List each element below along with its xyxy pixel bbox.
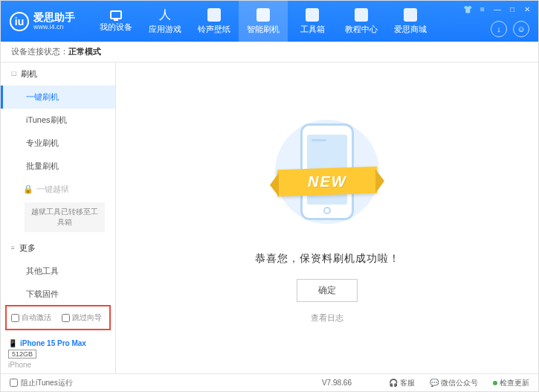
auto-activate-check[interactable]: 自动激活 (11, 312, 51, 323)
sidebar: ☐ 刷机 一键刷机 iTunes刷机 专业刷机 批量刷机 🔒 一键越狱 越狱工具… (1, 62, 116, 373)
footer: 阻止iTunes运行 V7.98.66 🎧客服 💬微信公众号 检查更新 (1, 373, 538, 391)
header-actions: ↓ ☺ (491, 21, 529, 37)
brand-url: www.i4.cn (33, 24, 75, 30)
status-label: 设备连接状态： (11, 46, 68, 57)
flash-icon (256, 8, 270, 22)
support-link[interactable]: 🎧客服 (389, 378, 415, 388)
wechat-text: 微信公众号 (441, 378, 478, 388)
store-icon (404, 8, 417, 22)
jailbreak-notice[interactable]: 越狱工具已转移至工具箱 (25, 202, 105, 232)
download-button[interactable]: ↓ (491, 21, 507, 37)
support-text: 客服 (400, 378, 415, 388)
group-title: 刷机 (21, 68, 37, 80)
nav-my-device[interactable]: 我的设备 (91, 1, 141, 42)
nav-label: 教程中心 (345, 24, 378, 35)
app-header: iu 爱思助手 www.i4.cn 我的设备 人应用游戏 铃声壁纸 智能刷机 工… (1, 1, 538, 42)
auto-activate-checkbox[interactable] (11, 314, 19, 322)
nav-tutorials[interactable]: 教程中心 (337, 1, 386, 42)
phone-home-button (323, 207, 331, 214)
headset-icon: 🎧 (389, 379, 398, 387)
block-itunes-checkbox[interactable] (10, 379, 18, 387)
lock-icon: 🔒 (23, 184, 33, 194)
brand-name: 爱思助手 (33, 12, 75, 22)
nav-store[interactable]: 爱思商城 (386, 1, 435, 42)
sidebar-item-oneclick[interactable]: 一键刷机 (1, 86, 115, 109)
nav-apps[interactable]: 人应用游戏 (141, 1, 190, 42)
device-type: iPhone (8, 361, 108, 369)
device-capacity: 512GB (8, 350, 36, 359)
nav-toolbox[interactable]: 工具箱 (288, 1, 337, 42)
block-itunes-check[interactable]: 阻止iTunes运行 (10, 378, 73, 388)
sidebar-group-more[interactable]: ≡ 更多 (1, 237, 115, 260)
success-message: 恭喜您，保资料刷机成功啦！ (255, 252, 400, 266)
toolbox-icon (306, 8, 319, 22)
body-area: ☐ 刷机 一键刷机 iTunes刷机 专业刷机 批量刷机 🔒 一键越狱 越狱工具… (1, 62, 538, 373)
lock-label: 一键越狱 (36, 184, 69, 195)
top-nav: 我的设备 人应用游戏 铃声壁纸 智能刷机 工具箱 教程中心 爱思商城 (91, 1, 435, 42)
status-bar: 设备连接状态： 正常模式 (1, 42, 538, 62)
monitor-icon (110, 10, 122, 19)
wechat-icon: 💬 (430, 379, 439, 387)
nav-label: 应用游戏 (149, 24, 181, 35)
nav-label: 工具箱 (300, 24, 325, 35)
ok-button[interactable]: 确定 (297, 279, 358, 302)
sidebar-group-flash[interactable]: ☐ 刷机 (1, 62, 115, 86)
check-label: 跳过向导 (72, 312, 102, 323)
user-button[interactable]: ☺ (513, 21, 529, 37)
sidebar-item-other[interactable]: 其他工具 (1, 260, 115, 283)
sidebar-options: 自动激活 跳过向导 (5, 305, 111, 330)
menu-lines-icon: ≡ (11, 245, 15, 251)
nav-flash[interactable]: 智能刷机 (239, 1, 288, 42)
chevron-icon: ☐ (11, 71, 16, 77)
wechat-link[interactable]: 💬微信公众号 (430, 378, 478, 388)
sidebar-item-batch[interactable]: 批量刷机 (1, 155, 115, 178)
minimize-icon[interactable]: — (492, 4, 503, 14)
wallpaper-icon (207, 8, 221, 22)
update-dot-icon (493, 381, 497, 385)
logo-glyph: iu (15, 16, 24, 28)
nav-label: 智能刷机 (247, 24, 280, 35)
update-link[interactable]: 检查更新 (493, 378, 529, 388)
sidebar-item-pro[interactable]: 专业刷机 (1, 132, 115, 155)
window-controls: 👕 ≡ — □ ✕ (462, 4, 532, 14)
skip-guide-checkbox[interactable] (62, 314, 70, 322)
sidebar-item-jailbreak: 🔒 一键越狱 (1, 178, 115, 201)
nav-label: 铃声壁纸 (198, 24, 230, 35)
logo-icon: iu (10, 12, 29, 31)
sidebar-item-itunes[interactable]: iTunes刷机 (1, 109, 115, 132)
device-info: 📱 iPhone 15 Pro Max 512GB iPhone (1, 335, 115, 373)
main-content: NEW 恭喜您，保资料刷机成功啦！ 确定 查看日志 (116, 62, 538, 373)
sidebar-item-firmware[interactable]: 下载固件 (1, 283, 115, 301)
menu-icon[interactable]: ≡ (477, 4, 488, 14)
maximize-icon[interactable]: □ (507, 4, 517, 14)
close-icon[interactable]: ✕ (522, 4, 532, 14)
status-value: 正常模式 (68, 46, 101, 57)
tutorial-icon (355, 8, 368, 22)
apps-icon: 人 (158, 8, 172, 22)
phone-icon: 📱 (8, 339, 17, 347)
skip-guide-check[interactable]: 跳过向导 (62, 312, 102, 323)
phone-illustration: NEW (264, 112, 390, 239)
group-title: 更多 (19, 242, 36, 254)
brand-block: 爱思助手 www.i4.cn (33, 12, 75, 30)
sidebar-list: ☐ 刷机 一键刷机 iTunes刷机 专业刷机 批量刷机 🔒 一键越狱 越狱工具… (1, 62, 115, 301)
new-ribbon: NEW (277, 167, 377, 197)
device-name[interactable]: 📱 iPhone 15 Pro Max (8, 339, 108, 347)
device-name-text: iPhone 15 Pro Max (20, 339, 86, 347)
nav-label: 我的设备 (100, 22, 132, 33)
block-itunes-label: 阻止iTunes运行 (21, 378, 73, 388)
view-log-link[interactable]: 查看日志 (311, 312, 343, 324)
version-label: V7.98.66 (322, 379, 352, 387)
logo-area: iu 爱思助手 www.i4.cn (1, 12, 84, 31)
nav-label: 爱思商城 (394, 24, 427, 35)
check-label: 自动激活 (22, 312, 51, 323)
shirt-icon[interactable]: 👕 (462, 4, 473, 14)
nav-ringtones[interactable]: 铃声壁纸 (190, 1, 239, 42)
update-text: 检查更新 (500, 378, 529, 388)
ribbon-text: NEW (308, 173, 347, 190)
